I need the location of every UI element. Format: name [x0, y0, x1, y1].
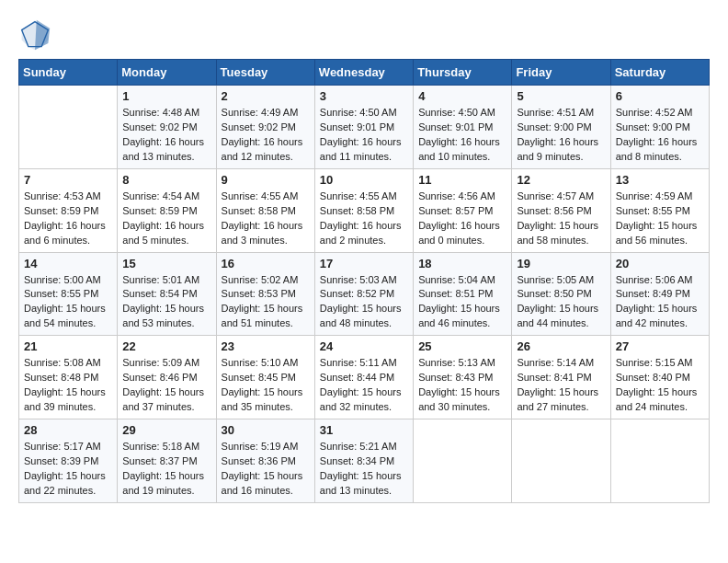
week-row-4: 21Sunrise: 5:08 AM Sunset: 8:48 PM Dayli…	[19, 336, 710, 419]
day-number: 1	[122, 89, 210, 103]
day-info: Sunrise: 5:21 AM Sunset: 8:34 PM Dayligh…	[320, 440, 408, 499]
col-header-tuesday: Tuesday	[216, 60, 314, 86]
day-number: 31	[320, 423, 408, 437]
col-header-friday: Friday	[512, 60, 610, 86]
day-info: Sunrise: 5:08 AM Sunset: 8:48 PM Dayligh…	[24, 356, 112, 415]
day-info: Sunrise: 5:14 AM Sunset: 8:41 PM Dayligh…	[517, 356, 605, 415]
day-info: Sunrise: 5:02 AM Sunset: 8:53 PM Dayligh…	[222, 273, 310, 332]
day-cell: 20Sunrise: 5:06 AM Sunset: 8:49 PM Dayli…	[610, 252, 709, 336]
day-number: 18	[418, 257, 506, 270]
day-info: Sunrise: 5:17 AM Sunset: 8:39 PM Dayligh…	[24, 440, 112, 499]
day-cell	[610, 419, 709, 503]
day-number: 25	[418, 339, 506, 353]
day-cell: 21Sunrise: 5:08 AM Sunset: 8:48 PM Dayli…	[19, 336, 118, 419]
day-info: Sunrise: 5:03 AM Sunset: 8:52 PM Dayligh…	[320, 273, 408, 332]
week-row-2: 7Sunrise: 4:53 AM Sunset: 8:59 PM Daylig…	[19, 168, 710, 252]
day-number: 28	[24, 423, 112, 437]
day-number: 30	[222, 423, 310, 437]
day-number: 15	[122, 257, 210, 270]
day-info: Sunrise: 4:50 AM Sunset: 9:01 PM Dayligh…	[320, 106, 408, 165]
week-row-5: 28Sunrise: 5:17 AM Sunset: 8:39 PM Dayli…	[19, 419, 710, 503]
day-info: Sunrise: 4:49 AM Sunset: 9:02 PM Dayligh…	[222, 106, 310, 165]
day-info: Sunrise: 4:54 AM Sunset: 8:59 PM Dayligh…	[122, 190, 210, 248]
day-number: 21	[24, 339, 112, 353]
day-number: 20	[616, 257, 704, 270]
day-number: 29	[122, 423, 210, 437]
col-header-wednesday: Wednesday	[314, 60, 413, 86]
day-number: 7	[24, 173, 112, 187]
day-cell: 14Sunrise: 5:00 AM Sunset: 8:55 PM Dayli…	[19, 252, 118, 336]
day-cell: 27Sunrise: 5:15 AM Sunset: 8:40 PM Dayli…	[610, 336, 709, 419]
day-info: Sunrise: 4:56 AM Sunset: 8:57 PM Dayligh…	[418, 190, 506, 248]
col-header-sunday: Sunday	[19, 60, 118, 86]
day-number: 17	[320, 257, 408, 270]
day-cell	[414, 419, 512, 503]
week-row-1: 1Sunrise: 4:48 AM Sunset: 9:02 PM Daylig…	[19, 86, 710, 169]
day-info: Sunrise: 4:55 AM Sunset: 8:58 PM Dayligh…	[222, 190, 310, 248]
day-cell: 12Sunrise: 4:57 AM Sunset: 8:56 PM Dayli…	[512, 168, 610, 252]
day-info: Sunrise: 5:13 AM Sunset: 8:43 PM Dayligh…	[418, 356, 506, 415]
day-info: Sunrise: 4:59 AM Sunset: 8:55 PM Dayligh…	[616, 190, 704, 248]
day-cell	[19, 86, 118, 169]
header-row: SundayMondayTuesdayWednesdayThursdayFrid…	[19, 60, 710, 86]
day-number: 22	[122, 339, 210, 353]
day-info: Sunrise: 4:55 AM Sunset: 8:58 PM Dayligh…	[320, 190, 408, 248]
day-cell: 6Sunrise: 4:52 AM Sunset: 9:00 PM Daylig…	[610, 86, 709, 169]
day-info: Sunrise: 5:09 AM Sunset: 8:46 PM Dayligh…	[122, 356, 210, 415]
day-cell: 23Sunrise: 5:10 AM Sunset: 8:45 PM Dayli…	[216, 336, 314, 419]
day-number: 9	[222, 173, 310, 187]
day-number: 16	[222, 257, 310, 270]
day-number: 11	[418, 173, 506, 187]
day-cell: 15Sunrise: 5:01 AM Sunset: 8:54 PM Dayli…	[118, 252, 216, 336]
day-info: Sunrise: 5:04 AM Sunset: 8:51 PM Dayligh…	[418, 273, 506, 332]
day-info: Sunrise: 4:53 AM Sunset: 8:59 PM Dayligh…	[24, 190, 112, 248]
day-number: 8	[122, 173, 210, 187]
day-cell: 8Sunrise: 4:54 AM Sunset: 8:59 PM Daylig…	[118, 168, 216, 252]
week-row-3: 14Sunrise: 5:00 AM Sunset: 8:55 PM Dayli…	[19, 252, 710, 336]
col-header-saturday: Saturday	[610, 60, 709, 86]
day-cell: 19Sunrise: 5:05 AM Sunset: 8:50 PM Dayli…	[512, 252, 610, 336]
col-header-thursday: Thursday	[414, 60, 512, 86]
day-number: 13	[616, 173, 704, 187]
day-number: 3	[320, 89, 408, 103]
day-info: Sunrise: 5:10 AM Sunset: 8:45 PM Dayligh…	[222, 356, 310, 415]
day-cell: 3Sunrise: 4:50 AM Sunset: 9:01 PM Daylig…	[314, 86, 413, 169]
day-info: Sunrise: 4:52 AM Sunset: 9:00 PM Dayligh…	[616, 106, 704, 165]
day-cell: 24Sunrise: 5:11 AM Sunset: 8:44 PM Dayli…	[314, 336, 413, 419]
day-info: Sunrise: 4:50 AM Sunset: 9:01 PM Dayligh…	[418, 106, 506, 165]
day-cell	[512, 419, 610, 503]
day-cell: 25Sunrise: 5:13 AM Sunset: 8:43 PM Dayli…	[414, 336, 512, 419]
day-cell: 16Sunrise: 5:02 AM Sunset: 8:53 PM Dayli…	[216, 252, 314, 336]
day-info: Sunrise: 5:00 AM Sunset: 8:55 PM Dayligh…	[24, 273, 112, 332]
day-cell: 30Sunrise: 5:19 AM Sunset: 8:36 PM Dayli…	[216, 419, 314, 503]
day-cell: 10Sunrise: 4:55 AM Sunset: 8:58 PM Dayli…	[314, 168, 413, 252]
day-cell: 17Sunrise: 5:03 AM Sunset: 8:52 PM Dayli…	[314, 252, 413, 336]
day-info: Sunrise: 4:57 AM Sunset: 8:56 PM Dayligh…	[517, 190, 605, 248]
day-number: 27	[616, 339, 704, 353]
day-cell: 22Sunrise: 5:09 AM Sunset: 8:46 PM Dayli…	[118, 336, 216, 419]
day-cell: 31Sunrise: 5:21 AM Sunset: 8:34 PM Dayli…	[314, 419, 413, 503]
day-cell: 26Sunrise: 5:14 AM Sunset: 8:41 PM Dayli…	[512, 336, 610, 419]
day-info: Sunrise: 5:06 AM Sunset: 8:49 PM Dayligh…	[616, 273, 704, 332]
day-number: 24	[320, 339, 408, 353]
day-number: 5	[517, 89, 605, 103]
logo	[18, 18, 55, 52]
day-info: Sunrise: 4:48 AM Sunset: 9:02 PM Dayligh…	[122, 106, 210, 165]
day-cell: 29Sunrise: 5:18 AM Sunset: 8:37 PM Dayli…	[118, 419, 216, 503]
day-info: Sunrise: 5:11 AM Sunset: 8:44 PM Dayligh…	[320, 356, 408, 415]
day-number: 26	[517, 339, 605, 353]
day-number: 6	[616, 89, 704, 103]
day-info: Sunrise: 5:19 AM Sunset: 8:36 PM Dayligh…	[222, 440, 310, 499]
calendar-table: SundayMondayTuesdayWednesdayThursdayFrid…	[18, 59, 710, 503]
day-info: Sunrise: 4:51 AM Sunset: 9:00 PM Dayligh…	[517, 106, 605, 165]
page-header	[18, 18, 710, 52]
day-number: 4	[418, 89, 506, 103]
day-info: Sunrise: 5:15 AM Sunset: 8:40 PM Dayligh…	[616, 356, 704, 415]
day-number: 14	[24, 257, 112, 270]
day-number: 23	[222, 339, 310, 353]
day-number: 10	[320, 173, 408, 187]
day-info: Sunrise: 5:18 AM Sunset: 8:37 PM Dayligh…	[122, 440, 210, 499]
day-cell: 11Sunrise: 4:56 AM Sunset: 8:57 PM Dayli…	[414, 168, 512, 252]
day-cell: 9Sunrise: 4:55 AM Sunset: 8:58 PM Daylig…	[216, 168, 314, 252]
day-info: Sunrise: 5:01 AM Sunset: 8:54 PM Dayligh…	[122, 273, 210, 332]
